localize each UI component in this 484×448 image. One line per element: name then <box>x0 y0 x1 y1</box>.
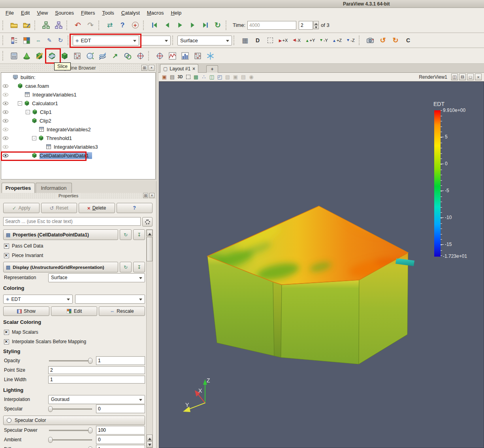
save-defaults-button[interactable]: ↧ <box>133 229 145 240</box>
specular-color-button[interactable]: Specular Color <box>3 416 145 425</box>
split-vertical-button[interactable]: ⊟ <box>459 74 466 80</box>
select-cells-through-button[interactable]: ◫ <box>208 74 216 81</box>
coloring-field-combo[interactable]: ◈ EDT <box>73 36 139 45</box>
redo-button[interactable]: ↷ <box>84 19 97 31</box>
show-legend-button[interactable]: Show <box>3 306 49 316</box>
reset-camera-button[interactable]: ▦ <box>239 34 251 46</box>
pipeline-item-clip2[interactable]: Clip2 <box>1 116 155 125</box>
menu-edit[interactable]: Edit <box>18 8 33 17</box>
toolbar-handle[interactable] <box>148 51 152 60</box>
camera-capture-button[interactable]: ▤ <box>168 74 176 81</box>
properties-panel-header[interactable]: Properties ⊞ × <box>0 193 156 199</box>
interpolate-scalars-checkbox[interactable] <box>4 339 9 344</box>
pipeline-item-integratevariables3[interactable]: IntegrateVariables3 <box>1 142 155 151</box>
coloring-component-select[interactable] <box>75 295 145 304</box>
toolbar-handle[interactable] <box>143 21 147 30</box>
pipeline-item-clip1[interactable]: Clip1 <box>1 108 155 116</box>
color-legend[interactable]: EDT 9.910e+00 5 0 -5 -10 -15 -1.723e+01 <box>432 100 484 266</box>
extract-subset-filter-button[interactable] <box>71 50 83 62</box>
specular-slider[interactable] <box>48 405 93 413</box>
close-tab-icon[interactable]: × <box>192 66 195 72</box>
load-state-button[interactable] <box>40 19 52 31</box>
hover-cells-button[interactable]: ◉ <box>247 74 255 81</box>
pipeline-item-case-foam[interactable]: case.foam <box>1 81 155 90</box>
menu-file[interactable]: File <box>2 8 17 17</box>
visibility-eye-icon[interactable] <box>1 84 10 88</box>
time-input[interactable] <box>247 21 296 30</box>
play-button[interactable] <box>173 19 186 31</box>
ambient-slider[interactable] <box>48 436 93 444</box>
copy-display-button[interactable]: ↻ <box>120 262 132 272</box>
interactive-select-cells-button[interactable]: ▣ <box>232 74 239 81</box>
warp-filter-button[interactable]: ↗ <box>109 50 121 62</box>
scroll-down-button[interactable] <box>147 441 153 448</box>
apply-button[interactable]: ✓Apply <box>3 203 40 213</box>
specular-input[interactable] <box>96 405 145 413</box>
properties-help-button[interactable]: ? <box>117 203 153 213</box>
pipeline-item-calculator1[interactable]: Calculator1 <box>1 99 155 108</box>
edit-color-map-button[interactable] <box>20 34 33 46</box>
visibility-eye-icon[interactable] <box>1 136 10 140</box>
tab-information[interactable]: Information <box>36 183 72 193</box>
pipeline-item-builtin[interactable]: builtin: <box>1 73 155 81</box>
tab-layout-1[interactable]: ▢ Layout #1 × <box>160 64 198 73</box>
visibility-eye-icon[interactable] <box>1 145 10 149</box>
toolbar-handle[interactable] <box>2 36 6 45</box>
rescale-button[interactable]: ⇔Rescale <box>99 306 145 316</box>
tab-properties[interactable]: Properties <box>2 183 35 193</box>
specular-power-input[interactable] <box>96 426 145 435</box>
toggle-3d-mode-button[interactable]: 3D <box>176 74 184 81</box>
rescale-to-custom-range-button[interactable]: ✎ <box>44 34 55 46</box>
split-horizontal-button[interactable]: ◫ <box>451 74 458 80</box>
piece-invariant-checkbox[interactable] <box>4 253 9 258</box>
rotate-camera-cw-button[interactable]: ↻ <box>389 34 402 46</box>
float-panel-button[interactable]: ⊞ <box>143 193 148 198</box>
search-input[interactable] <box>3 217 141 226</box>
pipeline-item-celldatatopointdata1[interactable]: CellDatatoPointData1 <box>1 151 155 160</box>
tree-expander[interactable] <box>26 110 30 114</box>
interactive-select-points-button[interactable]: ▤ <box>239 74 247 81</box>
map-scalars-checkbox[interactable] <box>4 330 9 335</box>
slice-filter-button[interactable] <box>45 50 58 62</box>
loop-button[interactable]: ↻ <box>211 19 224 31</box>
maximize-view-button[interactable]: □ <box>467 74 474 80</box>
toolbar-handle[interactable] <box>66 21 70 30</box>
edit-colormap-button[interactable]: Edit <box>51 306 97 316</box>
select-points-through-button[interactable]: ◰ <box>216 74 224 81</box>
diffuse-slider[interactable] <box>48 445 93 448</box>
scroll-up-button-bottom[interactable] <box>147 435 153 441</box>
menu-help[interactable]: Help <box>168 8 185 17</box>
toolbar-handle[interactable] <box>226 21 229 30</box>
next-frame-button[interactable] <box>186 19 199 31</box>
pipeline-tree[interactable]: builtin: case.foam IntegrateVariables1 C… <box>1 72 156 180</box>
extract-block-filter-button[interactable] <box>134 50 147 62</box>
scroll-up-button[interactable] <box>147 230 153 236</box>
threshold-filter-button[interactable] <box>58 50 71 62</box>
rescale-to-data-range-button[interactable]: ⇔ <box>33 34 44 46</box>
close-view-button[interactable]: × <box>475 74 482 80</box>
camera-plus-z-button[interactable]: ▲+Z <box>330 34 344 46</box>
toolbar-handle[interactable] <box>34 21 38 30</box>
point-size-input[interactable] <box>48 366 145 374</box>
toolbar-handle[interactable] <box>234 36 237 45</box>
frame-up-button[interactable] <box>313 21 319 25</box>
add-layout-tab[interactable]: + <box>206 65 218 73</box>
camera-minus-x-button[interactable]: ▶-X <box>290 34 303 46</box>
pipeline-browser-header[interactable]: Pipeline Browser ⊞ × <box>0 64 156 72</box>
camera-plus-y-button[interactable]: ▲+Y <box>303 34 317 46</box>
close-panel-button[interactable]: × <box>149 193 154 198</box>
float-panel-button[interactable]: ⊞ <box>141 65 147 71</box>
view-settings-button[interactable]: ▣ <box>160 74 168 81</box>
pick-center-button[interactable]: C <box>402 34 414 46</box>
menu-tools[interactable]: Tools <box>99 8 117 17</box>
menu-catalyst[interactable]: Catalyst <box>118 8 143 17</box>
stream-tracer-filter-button[interactable] <box>96 50 109 62</box>
pipeline-item-integratevariables1[interactable]: IntegrateVariables1 <box>1 90 155 99</box>
pipeline-item-threshold1[interactable]: Threshold1 <box>1 134 155 142</box>
camera-minus-y-button[interactable]: ▲-Y <box>317 34 330 46</box>
toolbar-handle[interactable] <box>2 51 6 60</box>
plot-selection-over-time-button[interactable] <box>179 50 191 62</box>
ambient-input[interactable] <box>96 435 145 444</box>
open-file-button[interactable] <box>8 19 20 31</box>
toolbar-handle[interactable] <box>2 21 6 30</box>
